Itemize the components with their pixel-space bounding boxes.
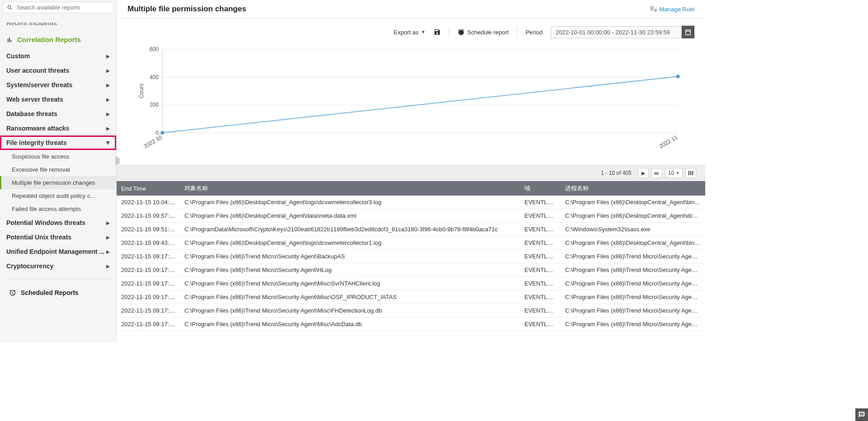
nav-section-correlation-reports[interactable]: Correlation Reports (0, 30, 116, 49)
nav-item[interactable]: Ransomware attacks▶ (0, 121, 116, 136)
table-cell: C:\Program Files (x86)\Trend Micro\Secur… (180, 250, 520, 263)
chevron-right-icon: ▶ (106, 83, 110, 88)
page-title: Multiple file permission changes (127, 5, 246, 14)
page-size-select[interactable]: 10 ▼ (665, 168, 683, 178)
svg-point-13 (676, 75, 680, 78)
export-dropdown[interactable]: Export as ▼ (394, 29, 425, 36)
column-header[interactable]: End Time (117, 181, 180, 196)
table-cell: 2022-11-15 09:43:58 (117, 236, 180, 250)
table-cell: EVENTLOG2 (520, 304, 561, 318)
svg-text:200: 200 (150, 102, 159, 108)
next-page-button[interactable]: ▶ (638, 168, 649, 178)
nav-item[interactable]: Potential Unix threats▶ (0, 230, 116, 244)
column-header[interactable]: 对象名称 (180, 181, 520, 196)
sidebar: Recent Incidents Correlation Reports Cus… (0, 0, 117, 342)
table-cell: C:\Program Files (x86)\Trend Micro\Secur… (561, 318, 705, 331)
table-cell: C:\Program Files (x86)\DesktopCentral_Ag… (561, 196, 705, 209)
period-input[interactable] (551, 26, 682, 38)
search-box[interactable] (3, 2, 113, 13)
table-cell: 2022-11-15 09:17:53 (117, 263, 180, 277)
table-cell: EVENTLOG2 (520, 290, 561, 304)
nav-item-label: Ransomware attacks (6, 125, 69, 132)
last-page-button[interactable]: ⏭ (651, 168, 662, 178)
manage-rule-link[interactable]: Manage Rule (650, 5, 694, 13)
chevron-right-icon: ▶ (106, 112, 110, 117)
table-cell: EVENTLOG2 (520, 277, 561, 290)
column-header[interactable]: 进程名称 (561, 181, 705, 196)
line-chart: 0200400600Count2022 102022 11 (130, 45, 687, 151)
table-cell: EVENTLOG2 (520, 263, 561, 277)
chevron-right-icon: ▶ (106, 249, 110, 254)
nav-item[interactable]: System/server threats▶ (0, 78, 116, 92)
table-cell: C:\Program Files (x86)\DesktopCentral_Ag… (180, 196, 520, 209)
nav-subitem[interactable]: Suspicious file access (0, 150, 116, 163)
table-cell: C:\Program Files (x86)\DesktopCentral_Ag… (561, 236, 705, 250)
table-row[interactable]: 2022-11-15 09:17:53C:\Program Files (x86… (117, 304, 705, 318)
svg-text:2022 10: 2022 10 (143, 134, 163, 150)
chevron-right-icon: ▶ (106, 235, 110, 240)
table-row[interactable]: 2022-11-15 09:17:53C:\Program Files (x86… (117, 277, 705, 290)
nav-item[interactable]: Cryptocurrency▶ (0, 259, 116, 273)
nav-subitem[interactable]: Repeated object audit policy c... (0, 189, 116, 202)
table-row[interactable]: 2022-11-15 09:17:53C:\Program Files (x86… (117, 290, 705, 304)
table-cell: EVENTLOG2 (520, 250, 561, 263)
nav-item[interactable]: User account threats▶ (0, 63, 116, 78)
nav-item-label: Custom (6, 52, 30, 60)
schedule-report-button[interactable]: Schedule report (458, 28, 509, 36)
scheduled-reports[interactable]: Scheduled Reports (0, 285, 116, 301)
table-row[interactable]: 2022-11-15 09:43:58C:\Program Files (x86… (117, 236, 705, 250)
toolbar: Export as ▼ Schedule report Period (117, 19, 705, 43)
search-icon (7, 5, 13, 11)
chevron-right-icon: ▶ (106, 141, 111, 145)
save-report-button[interactable] (434, 28, 441, 36)
table-row[interactable]: 2022-11-15 10:04:18C:\Program Files (x86… (117, 196, 705, 209)
table-row[interactable]: 2022-11-15 09:17:53C:\Program Files (x86… (117, 263, 705, 277)
table-cell: 2022-11-15 09:17:53 (117, 290, 180, 304)
calendar-button[interactable] (682, 26, 694, 38)
table-cell: EVENTLOG2 (520, 318, 561, 331)
save-icon (434, 28, 441, 36)
table-cell: C:\Program Files (x86)\DesktopCentral_Ag… (180, 236, 520, 250)
export-label: Export as (394, 29, 419, 36)
main-content: Multiple file permission changes Manage … (117, 0, 705, 342)
table-cell: C:\Program Files (x86)\Trend Micro\Secur… (180, 263, 520, 277)
separator (517, 27, 517, 37)
nav-item-label: System/server threats (6, 81, 72, 89)
table-cell: C:\Program Files (x86)\Trend Micro\Secur… (561, 290, 705, 304)
separator (449, 27, 449, 37)
results-table: End Time对象名称域进程名称 2022-11-15 10:04:18C:\… (117, 181, 705, 331)
svg-text:600: 600 (150, 46, 159, 52)
nav-item-label: Potential Windows threats (6, 219, 85, 226)
table-row[interactable]: 2022-11-15 09:17:58C:\Program Files (x86… (117, 250, 705, 263)
table-cell: 2022-11-15 09:51:02 (117, 223, 180, 236)
alarm-clock-icon (9, 289, 16, 296)
svg-text:Count: Count (138, 84, 145, 98)
table-row[interactable]: 2022-11-15 09:51:02C:\ProgramData\Micros… (117, 223, 705, 236)
column-settings-button[interactable] (685, 168, 696, 178)
nav-item[interactable]: Custom▶ (0, 49, 116, 63)
column-header[interactable]: 域 (520, 181, 561, 196)
nav-item[interactable]: Potential Windows threats▶ (0, 215, 116, 230)
nav-item[interactable]: Web server threats▶ (0, 92, 116, 107)
manage-rule-label: Manage Rule (660, 6, 694, 13)
page-header: Multiple file permission changes Manage … (117, 0, 705, 19)
table-row[interactable]: 2022-11-15 09:57:35C:\Program Files (x86… (117, 209, 705, 223)
table-cell: EVENTLOG2 (520, 196, 561, 209)
calendar-icon (684, 28, 692, 36)
search-input[interactable] (17, 4, 109, 11)
nav-subitem[interactable]: Excessive file removal (0, 163, 116, 176)
table-row[interactable]: 2022-11-15 09:17:53C:\Program Files (x86… (117, 318, 705, 331)
nav-subitem[interactable]: Failed file access attempts (0, 202, 116, 215)
nav-item[interactable]: File integrity threats▶ (0, 136, 116, 150)
columns-icon (688, 170, 694, 176)
nav-item-label: Web server threats (6, 96, 63, 103)
table-cell: C:\Program Files (x86)\Trend Micro\Secur… (561, 304, 705, 318)
nav-item[interactable]: Unified Endpoint Management ...▶ (0, 244, 116, 259)
nav-item[interactable]: Database threats▶ (0, 107, 116, 121)
nav-subitem[interactable]: Multiple file permission changes (0, 176, 116, 189)
nav-item-label: Database threats (6, 110, 57, 117)
nav-item-label: Unified Endpoint Management ... (6, 248, 104, 255)
chart-area: 0200400600Count2022 102022 11 (117, 43, 705, 165)
rule-settings-icon (650, 5, 657, 13)
table-cell: C:\Program Files (x86)\Trend Micro\Secur… (180, 318, 520, 331)
